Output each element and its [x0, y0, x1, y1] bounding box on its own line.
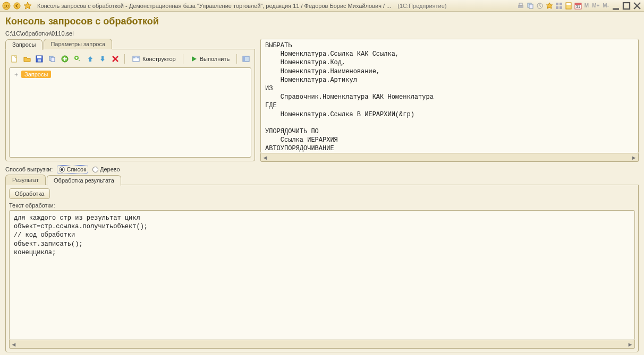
toolbar-copy-icon[interactable] [526, 2, 535, 10]
new-icon[interactable] [9, 54, 20, 64]
copy-icon[interactable] [47, 54, 57, 64]
queries-tree[interactable]: ＋ Запросы [9, 67, 251, 158]
svg-rect-32 [133, 57, 135, 58]
svg-rect-29 [89, 59, 91, 62]
memory-mminus[interactable]: M- [601, 3, 610, 8]
open-icon[interactable] [22, 54, 32, 64]
nav-back-icon[interactable] [13, 2, 21, 10]
queries-toolbar: Конструктор Выполнить [9, 53, 251, 67]
favorite-star-icon[interactable] [23, 2, 32, 10]
top-tabs: Запросы Параметры запроса [5, 39, 255, 49]
tab-result-processing[interactable]: Обработка результата [47, 175, 121, 186]
svg-rect-5 [519, 3, 522, 5]
window-minimize[interactable] [611, 2, 621, 10]
svg-rect-24 [38, 59, 41, 62]
svg-text:1C: 1C [4, 4, 9, 8]
svg-rect-7 [529, 4, 533, 8]
tree-root-label: Запросы [21, 71, 51, 78]
tab-result[interactable]: Результат [5, 175, 46, 185]
svg-rect-10 [556, 3, 558, 5]
svg-point-2 [14, 3, 20, 9]
tree-expand-icon[interactable]: ＋ [13, 71, 19, 77]
constructor-button[interactable]: Конструктор [129, 54, 179, 64]
radio-tree[interactable]: Дерево [92, 166, 120, 172]
move-up-icon[interactable] [85, 54, 96, 64]
memory-m[interactable]: M [583, 3, 590, 8]
window-close[interactable] [632, 2, 642, 10]
svg-rect-35 [243, 56, 245, 62]
tab-queries[interactable]: Запросы [5, 39, 43, 50]
radio-dot-icon [59, 167, 65, 172]
scroll-right-icon[interactable]: ► [630, 154, 638, 161]
page-title: Консоль запросов с обработкой [5, 16, 639, 27]
processing-text-label: Текст обработки: [9, 202, 635, 209]
scroll-left-icon[interactable]: ◄ [10, 341, 18, 348]
toolbar-calculator-icon[interactable] [564, 2, 573, 10]
move-down-icon[interactable] [97, 54, 108, 64]
tab-query-parameters[interactable]: Параметры запроса [44, 39, 112, 49]
query-text-editor[interactable]: ВЫБРАТЬ Номенклатура.Ссылка КАК Ссылка, … [260, 39, 639, 153]
toolbar-print-icon[interactable] [516, 2, 525, 10]
svg-rect-26 [51, 57, 55, 62]
svg-rect-30 [101, 56, 104, 59]
window-restore[interactable] [622, 2, 631, 10]
svg-rect-33 [137, 57, 139, 58]
svg-rect-12 [556, 6, 558, 9]
bottom-tabs: Результат Обработка результата [5, 175, 639, 185]
add-icon[interactable] [60, 54, 70, 64]
svg-rect-19 [613, 8, 619, 10]
delete-icon[interactable] [110, 54, 121, 64]
scroll-right-icon[interactable]: ► [626, 341, 634, 348]
scroll-left-icon[interactable]: ◄ [261, 154, 269, 161]
radio-dot-icon [92, 167, 98, 172]
svg-rect-20 [623, 3, 630, 9]
svg-rect-13 [560, 6, 562, 9]
toolbar-grid-icon[interactable] [555, 2, 563, 10]
svg-marker-3 [24, 2, 31, 9]
svg-rect-23 [37, 56, 41, 58]
toolbar-star-icon[interactable] [545, 2, 554, 10]
tree-root-item[interactable]: ＋ Запросы [12, 70, 249, 79]
radio-tree-label: Дерево [100, 166, 120, 172]
query-hscrollbar[interactable]: ◄ ► [260, 153, 639, 162]
processing-hscrollbar[interactable]: ◄ ► [9, 340, 635, 349]
execute-button[interactable]: Выполнить [187, 54, 233, 64]
window-title-suffix: (1С:Предприятие) [397, 3, 446, 9]
memory-mplus[interactable]: M+ [591, 3, 600, 8]
svg-rect-11 [560, 3, 562, 5]
svg-marker-9 [546, 3, 553, 8]
toolbar-history-icon[interactable] [536, 2, 544, 10]
execute-label: Выполнить [200, 56, 230, 62]
processing-code-editor[interactable]: для каждого стр из результат цикл объект… [9, 210, 635, 340]
radio-list-label: Список [66, 166, 86, 172]
constructor-label: Конструктор [142, 56, 176, 62]
toolbar-calendar-icon[interactable]: 31 [574, 2, 582, 10]
add-child-icon[interactable] [72, 54, 83, 64]
file-path: C:\1C\обработки\0110.sel [5, 30, 639, 37]
processing-button[interactable]: Обработка [9, 188, 50, 199]
save-icon[interactable] [35, 54, 45, 64]
svg-text:31: 31 [576, 5, 580, 8]
radio-list[interactable]: Список [58, 166, 87, 172]
window-title: Консоль запросов с обработкой - Демонстр… [37, 3, 391, 9]
app-icon-1c: 1C [2, 2, 11, 10]
export-mode-label: Способ выгрузки: [5, 166, 53, 172]
window-titlebar: 1C Консоль запросов с обработкой - Демон… [0, 0, 644, 12]
settings-panel-icon[interactable] [241, 54, 251, 64]
svg-rect-15 [566, 3, 571, 5]
export-mode-row: Способ выгрузки: Список Дерево [5, 166, 639, 172]
